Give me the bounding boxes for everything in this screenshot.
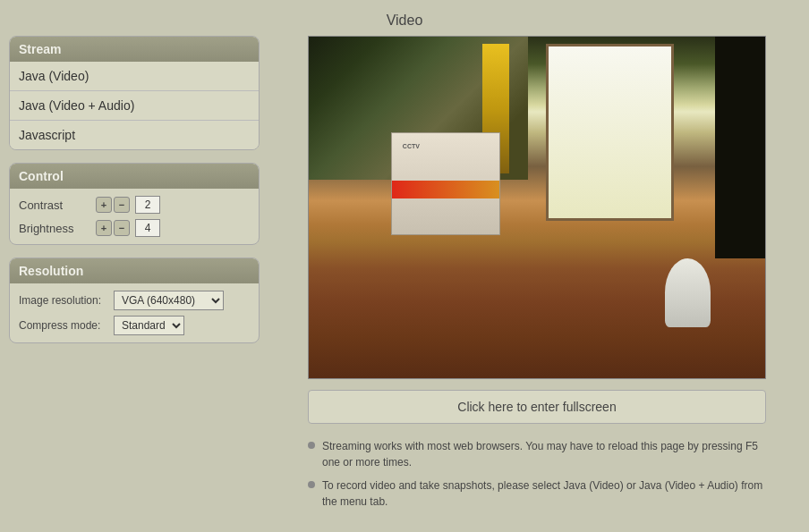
compress-mode-label: Compress mode: (19, 319, 108, 332)
left-panel: Stream Java (Video) Java (Video + Audio)… (9, 36, 260, 520)
scene-figure (665, 258, 711, 326)
brightness-increment-button[interactable]: + (96, 220, 112, 236)
contrast-row: Contrast + − (19, 196, 250, 214)
control-panel: Control Contrast + − Brightness + − (9, 163, 260, 245)
image-resolution-select[interactable]: VGA (640x480) QVGA (320x240) SVGA (800x6… (114, 291, 224, 310)
stream-item-javascript[interactable]: Javascript (10, 121, 259, 149)
resolution-panel: Resolution Image resolution: VGA (640x48… (9, 258, 260, 343)
right-panel: CCTV Click here to enter fullscreen Stre… (274, 36, 800, 520)
video-container: CCTV (308, 36, 766, 379)
bullet-icon-0 (308, 442, 315, 449)
stream-item-java-video[interactable]: Java (Video) (10, 62, 259, 91)
control-header: Control (10, 164, 259, 189)
fullscreen-button[interactable]: Click here to enter fullscreen (308, 390, 766, 424)
stream-header: Stream (10, 37, 259, 62)
resolution-header: Resolution (10, 258, 259, 283)
brightness-row: Brightness + − (19, 219, 250, 237)
brightness-label: Brightness (19, 222, 90, 235)
info-item-1: To record video and take snapshots, plea… (308, 477, 766, 510)
stream-items: Java (Video) Java (Video + Audio) Javasc… (10, 62, 259, 149)
scene-cctv-text: CCTV (403, 143, 420, 149)
compress-mode-row: Compress mode: Standard High Low (19, 316, 250, 335)
image-resolution-row: Image resolution: VGA (640x480) QVGA (32… (19, 291, 250, 310)
info-item-0: Streaming works with most web browsers. … (308, 438, 766, 470)
page-title: Video (0, 0, 809, 36)
control-rows: Contrast + − Brightness + − (10, 189, 259, 244)
video-scene: CCTV (309, 37, 765, 378)
resolution-rows: Image resolution: VGA (640x480) QVGA (32… (10, 283, 259, 342)
contrast-decrement-button[interactable]: − (114, 197, 130, 213)
bullet-icon-1 (308, 481, 315, 488)
contrast-value-input[interactable] (135, 196, 160, 214)
brightness-value-input[interactable] (135, 219, 160, 237)
compress-mode-select[interactable]: Standard High Low (114, 316, 184, 335)
brightness-decrement-button[interactable]: − (114, 220, 130, 236)
contrast-increment-button[interactable]: + (96, 197, 112, 213)
info-text-1: To record video and take snapshots, plea… (322, 477, 766, 510)
main-layout: Stream Java (Video) Java (Video + Audio)… (0, 36, 809, 529)
image-resolution-label: Image resolution: (19, 294, 108, 307)
scene-cctv-stripe (392, 181, 499, 198)
contrast-label: Contrast (19, 198, 90, 212)
contrast-buttons: + − (96, 197, 130, 213)
stream-panel: Stream Java (Video) Java (Video + Audio)… (9, 36, 260, 150)
brightness-buttons: + − (96, 220, 130, 236)
info-section: Streaming works with most web browsers. … (308, 435, 766, 520)
scene-right-cabinet (715, 37, 765, 258)
info-text-0: Streaming works with most web browsers. … (322, 438, 766, 470)
scene-cctv-box: CCTV (391, 132, 500, 235)
stream-item-java-video-audio[interactable]: Java (Video + Audio) (10, 91, 259, 121)
scene-window (546, 44, 674, 222)
